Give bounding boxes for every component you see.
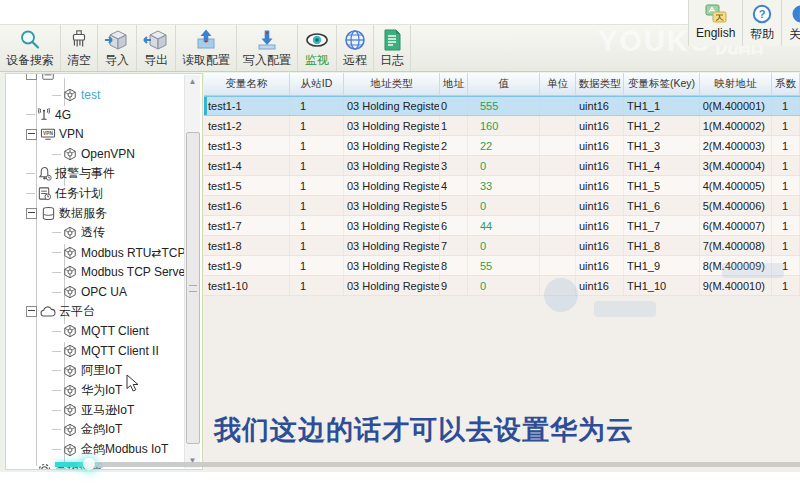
tree-item-金鸽modbus-iot[interactable]: 金鸽Modbus IoT [52, 441, 168, 459]
tree-item-label: 任务计划 [55, 185, 103, 202]
table-row-test1-2[interactable]: test1-2103 Holding Register(4x)1160uint1… [204, 116, 800, 136]
seekbar-remaining[interactable] [88, 462, 800, 467]
cell-单位 [540, 176, 576, 195]
cell-地址类型: 03 Holding Register(4x) [344, 116, 440, 135]
cube-icon [62, 402, 78, 418]
toolbar-button-5[interactable]: 读取配置 [176, 25, 237, 71]
database-icon [40, 205, 56, 221]
cube-icon [62, 245, 78, 261]
tree-item-华为iot[interactable]: 华为IoT [52, 382, 122, 400]
column-header-映射地址[interactable]: 映射地址 [700, 73, 772, 95]
scrollbar-thumb[interactable] [186, 132, 200, 444]
tree-item-金鸽iot[interactable]: 金鸽IoT [52, 421, 122, 439]
tree-connector [52, 449, 61, 450]
tree-item-云平台[interactable]: 云平台 [26, 303, 95, 321]
cell-数据类型: uint16 [576, 116, 624, 135]
tree-item-亚马逊iot[interactable]: 亚马逊IoT [52, 401, 134, 419]
cell-值: 555 [468, 97, 540, 115]
clear-icon [68, 27, 90, 53]
column-header-地址[interactable]: 地址 [440, 73, 468, 95]
cell-值: 0 [468, 196, 540, 215]
cell-从站ID: 1 [290, 136, 344, 155]
tree-connector [52, 351, 61, 352]
cell-变量名称: test1-3 [204, 136, 290, 155]
cell-地址类型: 03 Holding Register(4x) [344, 276, 440, 295]
tree-item-mqtt-client-ii[interactable]: MQTT Client II [52, 342, 159, 360]
toolbar-button-8[interactable]: 远程 [337, 25, 374, 71]
tree-connector [52, 252, 61, 253]
tree-item-mqtt-client[interactable]: MQTT Client [52, 322, 149, 340]
tree-item-label: 透传 [81, 224, 105, 241]
toolbar-right-button-3[interactable]: i关于 [781, 0, 800, 46]
cell-值: 22 [468, 136, 540, 155]
cell-数据类型: uint16 [576, 216, 624, 235]
toolbar-button-label: English [696, 26, 735, 40]
tree-item-阿里iot[interactable]: 阿里IoT [52, 362, 122, 380]
tree-item-label: MQTT Client II [81, 344, 159, 358]
tree-item-test[interactable]: test [52, 86, 100, 104]
table-row-test1-9[interactable]: test1-9103 Holding Register(4x)855uint16… [204, 256, 800, 276]
table-row-test1-6[interactable]: test1-6103 Holding Register(4x)50uint16T… [204, 196, 800, 216]
table-row-test1-5[interactable]: test1-5103 Holding Register(4x)433uint16… [204, 176, 800, 196]
tree-item-label: 华为IoT [81, 382, 122, 399]
column-header-值[interactable]: 值 [468, 73, 540, 95]
cell-单位 [540, 256, 576, 275]
column-header-系数[interactable]: 系数 [772, 73, 800, 95]
toolbar-button-7[interactable]: 监视 [298, 25, 337, 71]
video-seekbar[interactable] [0, 461, 800, 469]
tree-connector [52, 232, 61, 233]
tree-item-hidden[interactable] [26, 73, 59, 83]
collapse-toggle-icon[interactable] [26, 129, 37, 140]
cell-单位 [540, 116, 576, 135]
table-row-test1-4[interactable]: test1-4103 Holding Register(4x)30uint16T… [204, 156, 800, 176]
toolbar-button-1[interactable]: 设备搜索 [0, 25, 61, 71]
toolbar-button-label: 导入 [105, 53, 129, 68]
toolbar-button-2[interactable]: 清空 [61, 25, 98, 71]
cell-变量标签(Key): TH1_5 [624, 176, 700, 195]
cell-系数: 1 [772, 116, 800, 135]
column-header-变量标签(Key)[interactable]: 变量标签(Key) [624, 73, 700, 95]
tree-item-报警与事件[interactable]: 报警与事件 [26, 165, 115, 183]
scroll-up-arrow-icon[interactable]: ▲ [185, 75, 200, 89]
tree-item-数据服务[interactable]: 数据服务 [26, 204, 107, 222]
toolbar-button-4[interactable]: 导出 [137, 25, 176, 71]
sidebar-scrollbar[interactable]: ▲ ▼ [184, 75, 200, 468]
cell-地址: 8 [440, 256, 468, 275]
toolbar-button-3[interactable]: 导入 [98, 25, 137, 71]
table-row-test1-10[interactable]: test1-10103 Holding Register(4x)90uint16… [204, 276, 800, 296]
cube-icon [62, 343, 78, 359]
tree-item-label: 云平台 [59, 303, 95, 320]
column-header-从站ID[interactable]: 从站ID [290, 73, 344, 95]
toolbar-button-9[interactable]: 日志 [374, 25, 411, 71]
column-header-单位[interactable]: 单位 [540, 73, 576, 95]
table-row-test1-1[interactable]: test1-1103 Holding Register(4x)0555uint1… [204, 96, 800, 116]
tree-item-label: MQTT Client [81, 324, 149, 338]
toolbar-right-button-1[interactable]: English [688, 0, 742, 46]
table-row-test1-8[interactable]: test1-8103 Holding Register(4x)70uint16T… [204, 236, 800, 256]
tree-item-openvpn[interactable]: OpenVPN [52, 145, 135, 163]
collapse-toggle-icon[interactable] [26, 73, 37, 80]
tree-item-4g[interactable]: 4G [26, 106, 71, 124]
table-row-test1-3[interactable]: test1-3103 Holding Register(4x)222uint16… [204, 136, 800, 156]
collapse-toggle-icon[interactable] [26, 306, 37, 317]
tree-item-vpn[interactable]: VPNVPN [26, 125, 84, 143]
collapse-toggle-icon[interactable] [26, 208, 37, 219]
cell-值: 0 [468, 236, 540, 255]
table-row-test1-7[interactable]: test1-7103 Holding Register(4x)644uint16… [204, 216, 800, 236]
tree-item-opc-ua[interactable]: OPC UA [52, 283, 127, 301]
cell-值: 0 [468, 156, 540, 175]
seekbar-playhead[interactable] [83, 458, 95, 470]
cell-数据类型: uint16 [576, 97, 624, 115]
device-tree: test4GVPNVPNOpenVPN报警与事件任务计划数据服务透传Modbus… [6, 74, 186, 469]
tree-item-label: 金鸽Modbus IoT [81, 441, 168, 458]
tree-item-任务计划[interactable]: 任务计划 [26, 185, 103, 203]
cell-变量名称: test1-2 [204, 116, 290, 135]
column-header-地址类型[interactable]: 地址类型 [344, 73, 440, 95]
toolbar-right-button-2[interactable]: ?帮助 [742, 0, 781, 46]
column-header-变量名称[interactable]: 变量名称 [204, 73, 290, 95]
toolbar-button-6[interactable]: 写入配置 [237, 25, 298, 71]
tree-item-modbus-tcp-server[interactable]: Modbus TCP Server [52, 263, 189, 281]
tree-item-modbus-rtu⇄tcp[interactable]: Modbus RTU⇄TCP [52, 244, 186, 262]
tree-item-透传[interactable]: 透传 [52, 224, 105, 242]
column-header-数据类型[interactable]: 数据类型 [576, 73, 624, 95]
